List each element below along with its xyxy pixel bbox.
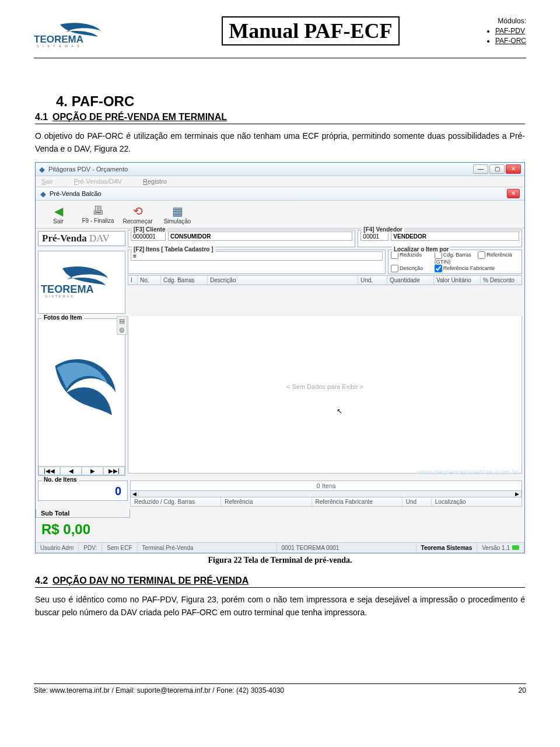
- toolbar-recomecar[interactable]: ⟲Recomeçar: [118, 203, 157, 226]
- brand-logo-panel: TEOREMA SISTEMAS: [36, 248, 128, 316]
- localizar-legend: Localizar o Item por: [392, 246, 450, 252]
- close-button[interactable]: ✕: [506, 164, 521, 174]
- col-cdg[interactable]: Cdg. Barras: [161, 276, 208, 285]
- status-usuario: Usuário Adm: [36, 543, 79, 553]
- panel-close-button[interactable]: ✕: [507, 189, 520, 198]
- manual-title-box: Manual PAF-ECF: [150, 16, 471, 45]
- vendedor-legend: [F4] Vendedor: [362, 226, 404, 233]
- figure-22-screenshot: ◆ Pitágoras PDV - Orçamento — ▢ ✕ Sair P…: [35, 162, 525, 553]
- cliente-fieldset: [F3] Cliente: [128, 230, 355, 247]
- chk-reffab[interactable]: Referência Fabricante: [435, 265, 519, 272]
- grid-body: ▤ ◍ < Sem Dados para Exibir > ↖: [128, 316, 522, 474]
- status-terminal: Terminal Pré-Venda: [138, 543, 277, 553]
- menu-prevendas[interactable]: Pré-Vendas/DAV: [74, 178, 122, 185]
- prevenda-dav-label: Pré-Venda DAV: [38, 231, 125, 246]
- subtotal-row: Sub Total R$ 0,00: [36, 509, 524, 542]
- menu-bar: Sair Pré-Vendas/DAV Registro: [36, 176, 524, 187]
- chk-cdgbarras[interactable]: Cdg. Barras (GTIN): [435, 251, 476, 265]
- teorema-logo: TEOREMA S I S T E M A S: [34, 22, 133, 50]
- page-number: 20: [519, 686, 526, 695]
- col-qtd[interactable]: Quantidade: [387, 276, 434, 285]
- nav-next-button[interactable]: ▶: [82, 467, 103, 475]
- chk-reduzido[interactable]: Reduzido: [391, 251, 432, 265]
- bottom-columns: Reduzido / Cdg. Barras Referência Referê…: [130, 497, 522, 507]
- col-desconto[interactable]: % Desconto: [481, 276, 522, 285]
- minimize-button[interactable]: —: [473, 164, 488, 174]
- logo-brand-text: TEOREMA: [34, 34, 83, 45]
- chk-referencia[interactable]: Referência: [478, 251, 519, 265]
- status-pdv: PDV:: [79, 543, 102, 553]
- itens-search-input[interactable]: [131, 251, 383, 261]
- cliente-nome-input[interactable]: [168, 232, 352, 241]
- zero-itens-label: 0 Itens: [130, 481, 522, 491]
- toolbar: ◀Sair 🖶F9 - Finaliza ⟲Recomeçar ▦Simulaç…: [36, 201, 524, 229]
- cliente-legend: [F3] Cliente: [132, 226, 167, 233]
- subtotal-value: R$ 0,00: [36, 518, 130, 542]
- status-versao: Versão 1.1: [477, 543, 524, 553]
- nav-first-button[interactable]: |◀◀: [38, 467, 60, 475]
- noitens-legend: No. de Itens: [42, 476, 79, 483]
- logo-block: TEOREMA S I S T E M A S: [34, 16, 139, 52]
- pvb-icon: ◆: [40, 190, 46, 198]
- itens-panel: [F2] Itens [ Tabela Cadastro ] Localizar…: [128, 248, 524, 316]
- scroll-right-icon[interactable]: ▶: [513, 491, 522, 497]
- maximize-button[interactable]: ▢: [489, 164, 505, 174]
- chk-descricao[interactable]: Descrição: [391, 265, 432, 272]
- status-bar: Usuário Adm PDV: Sem ECF Terminal Pré-Ve…: [36, 542, 524, 553]
- menu-sair[interactable]: Sair: [41, 178, 53, 185]
- figure-22-caption: Figura 22 Tela de Terminal de pré-venda.: [35, 556, 525, 565]
- watermark-url: www.teoremasistemas.com.br: [418, 468, 519, 476]
- col-no[interactable]: No.: [138, 276, 161, 285]
- sec-num: 4.: [56, 93, 68, 109]
- vendedor-nome-input[interactable]: [391, 232, 519, 241]
- bcol-und: Und: [402, 497, 432, 506]
- subtotal-label: Sub Total: [36, 509, 130, 518]
- side-btn-1[interactable]: ▤: [117, 317, 127, 325]
- document-header: TEOREMA S I S T E M A S Manual PAF-ECF M…: [34, 16, 526, 52]
- item-photo-placeholder: [38, 319, 125, 466]
- cliente-vendedor-row: [F3] Cliente [F4] Vendedor: [128, 229, 524, 248]
- footer-text: Site: www.teorema.inf.br / Email: suport…: [34, 686, 284, 695]
- localizar-fieldset: Localizar o Item por Reduzido Cdg. Barra…: [388, 250, 522, 274]
- col-valor[interactable]: Valor Unitário: [434, 276, 481, 285]
- document-content: 4. PAF-ORC 4.1OPÇÃO DE PRÉ-VENDA EM TERM…: [34, 93, 526, 619]
- grid-header: I No. Cdg. Barras Descrição Und. Quantid…: [128, 275, 522, 285]
- toolbar-simulacao[interactable]: ▦Simulação: [158, 203, 197, 226]
- col-und[interactable]: Und.: [358, 276, 387, 285]
- footer-rule: [34, 683, 526, 684]
- h-scrollbar[interactable]: ◀ ▶: [130, 491, 522, 497]
- prevendabalcao-bar: ◆ Pré-Venda Balcão ✕: [36, 187, 524, 201]
- itens-fieldset: [F2] Itens [ Tabela Cadastro ]: [128, 250, 386, 274]
- bcol-ref: Referência: [221, 497, 312, 506]
- simulation-icon: ▦: [158, 204, 197, 218]
- teorema-logo-small: TEOREMA SISTEMAS: [41, 266, 123, 300]
- noitens-fieldset: No. de Itens 0: [38, 481, 128, 501]
- window-titlebar: ◆ Pitágoras PDV - Orçamento — ▢ ✕: [36, 163, 524, 176]
- col-desc[interactable]: Descrição: [208, 276, 358, 285]
- noitens-value: 0: [41, 483, 125, 498]
- status-empresa: Teorema Sistemas: [416, 543, 478, 553]
- printer-icon: 🖶: [79, 204, 117, 218]
- vendedor-fieldset: [F4] Vendedor: [358, 230, 522, 247]
- svg-text:SISTEMAS: SISTEMAS: [45, 294, 74, 297]
- col-i[interactable]: I: [128, 276, 138, 285]
- nav-last-button[interactable]: ▶▶|: [103, 467, 125, 475]
- side-btn-2[interactable]: ◍: [117, 325, 127, 334]
- toolbar-sair[interactable]: ◀Sair: [39, 203, 78, 226]
- scroll-left-icon[interactable]: ◀: [131, 491, 139, 497]
- bottom-blocks: No. de Itens 0 www.teoremasistemas.com.b…: [36, 478, 524, 509]
- nav-prev-button[interactable]: ◀: [60, 467, 82, 475]
- section-4-heading: 4. PAF-ORC: [56, 93, 525, 110]
- vendedor-codigo-input[interactable]: [360, 232, 388, 241]
- grid-side-toolbar: ▤ ◍: [117, 316, 127, 335]
- main-grid: Pré-Venda DAV [F3] Cliente [F4] Vendedor: [36, 229, 524, 478]
- no-data-label: < Sem Dados para Exibir >: [286, 383, 363, 390]
- module-item: PAF-ORC: [495, 36, 526, 46]
- menu-registro[interactable]: Registro: [143, 178, 167, 185]
- cursor-icon: ↖: [337, 407, 342, 415]
- status-codigo: 0001 TEOREMA 0001: [277, 543, 416, 553]
- toolbar-finaliza[interactable]: 🖶F9 - Finaliza: [79, 203, 117, 226]
- cliente-codigo-input[interactable]: [131, 232, 166, 241]
- paragraph-42: Seu uso é idêntico como no PAF-PDV, Figu…: [35, 594, 525, 619]
- fotos-panel: Fotos do Item |◀◀ ◀ ▶ ▶▶|: [36, 316, 128, 478]
